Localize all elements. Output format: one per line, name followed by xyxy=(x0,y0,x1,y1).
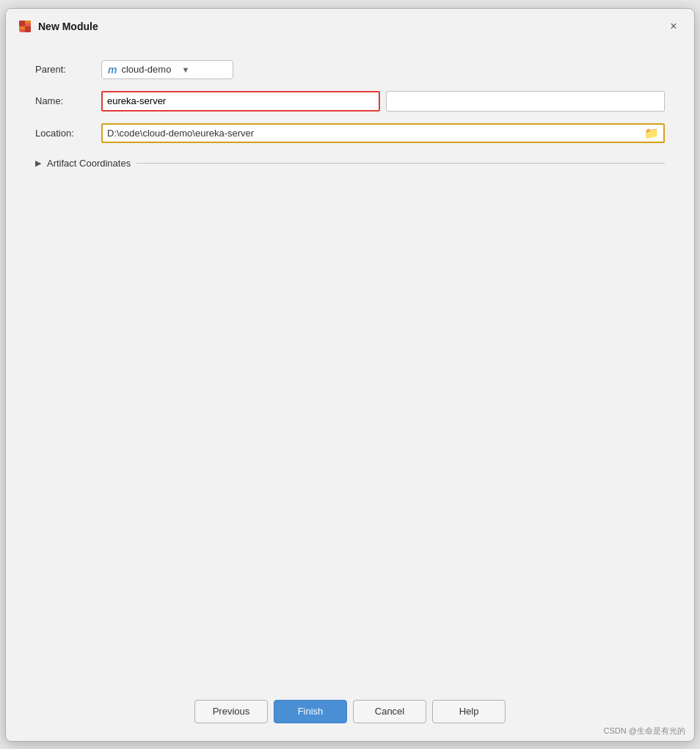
close-button[interactable]: × xyxy=(665,18,682,35)
cancel-button[interactable]: Cancel xyxy=(353,700,426,723)
artifact-title: Artifact Coordinates xyxy=(47,158,131,169)
name-input-secondary[interactable] xyxy=(386,91,665,112)
artifact-section: ▶ Artifact Coordinates xyxy=(35,158,665,169)
parent-value: cloud-demo xyxy=(121,64,171,75)
folder-icon[interactable]: 📁 xyxy=(644,126,659,140)
previous-button[interactable]: Previous xyxy=(194,700,268,723)
name-label: Name: xyxy=(35,95,101,106)
app-icon xyxy=(18,19,32,34)
content-spacer xyxy=(35,178,665,676)
dialog-content: Parent: m cloud-demo ▼ Name: Location: xyxy=(6,43,694,688)
help-button[interactable]: Help xyxy=(432,700,506,723)
svg-rect-4 xyxy=(25,21,31,23)
new-module-dialog: New Module × Parent: m cloud-demo ▼ Name… xyxy=(5,8,695,742)
parent-controls: m cloud-demo ▼ xyxy=(101,60,665,79)
title-bar-left: New Module xyxy=(18,19,98,34)
parent-dropdown[interactable]: m cloud-demo ▼ xyxy=(101,60,233,79)
svg-rect-2 xyxy=(25,26,31,32)
watermark: CSDN @生命是有光的 xyxy=(604,726,685,737)
location-row: Location: 📁 xyxy=(35,123,665,143)
chevron-down-icon: ▼ xyxy=(181,65,189,74)
dialog-title: New Module xyxy=(38,21,98,32)
name-input[interactable] xyxy=(101,91,380,112)
location-input[interactable] xyxy=(107,128,641,139)
button-bar: Previous Finish Cancel Help xyxy=(6,688,694,741)
parent-row: Parent: m cloud-demo ▼ xyxy=(35,60,665,79)
title-bar: New Module × xyxy=(6,9,694,43)
artifact-expand-icon[interactable]: ▶ xyxy=(35,158,41,168)
maven-icon: m xyxy=(108,64,117,76)
name-row: Name: xyxy=(35,91,665,112)
location-field-wrapper: 📁 xyxy=(101,123,665,143)
location-label: Location: xyxy=(35,128,101,139)
artifact-divider xyxy=(136,163,665,164)
svg-rect-3 xyxy=(19,26,25,29)
svg-rect-1 xyxy=(19,21,25,26)
name-controls xyxy=(101,91,665,112)
parent-label: Parent: xyxy=(35,64,101,75)
finish-button[interactable]: Finish xyxy=(274,700,347,723)
